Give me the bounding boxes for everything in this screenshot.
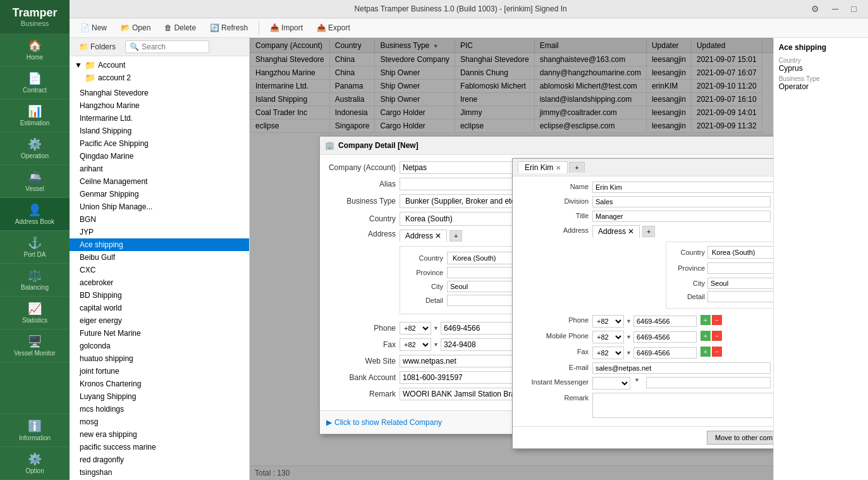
cf-mobile-add-btn[interactable]: + — [700, 331, 711, 341]
list-item[interactable]: huatuo shipping — [70, 352, 249, 365]
sidebar-item-option[interactable]: ⚙️ Option — [0, 447, 70, 480]
cf-phone-input[interactable] — [633, 316, 697, 327]
delete-button[interactable]: 🗑 Delete — [159, 21, 202, 35]
sidebar-item-home[interactable]: 🏠 Home — [0, 34, 70, 66]
sidebar-item-contract[interactable]: 📄 Contract — [0, 66, 70, 99]
contact-tab-close[interactable]: ✕ — [556, 164, 561, 171]
cf-mobile-input[interactable] — [633, 331, 697, 343]
folder-root[interactable]: ▼ 📁 Account — [72, 59, 247, 71]
list-item[interactable]: Luyang Shipping — [70, 390, 249, 403]
list-item[interactable]: Shanghai Stevedore — [70, 87, 249, 99]
list-item[interactable]: Kronos Chartering — [70, 378, 249, 390]
cf-address-tab-btn[interactable]: Address ✕ — [592, 225, 640, 238]
folder-account2[interactable]: 📁 account 2 — [72, 71, 247, 84]
list-item[interactable]: golconda — [70, 340, 249, 352]
list-item[interactable]: Union Ship Manage... — [70, 200, 249, 213]
cf-mobile-code[interactable]: +82 — [592, 331, 624, 343]
address-tab-close[interactable]: ✕ — [435, 231, 441, 240]
cf-im-select[interactable] — [592, 377, 630, 390]
cf-fax-input[interactable] — [633, 347, 697, 359]
list-item[interactable]: CXC — [70, 264, 249, 276]
list-item[interactable]: capital world — [70, 302, 249, 314]
list-item[interactable]: Qingdao Marine — [70, 150, 249, 163]
sidebar-item-operation[interactable]: ⚙️ Operation — [0, 132, 70, 165]
list-item[interactable]: Ace shipping — [70, 238, 249, 251]
biz-type-label: Business Type — [326, 197, 396, 206]
export-button[interactable]: 📤 Export — [311, 21, 356, 35]
search-input[interactable] — [142, 42, 205, 51]
related-company-toggle[interactable]: ▶ Click to show Related Company — [326, 418, 442, 427]
cf-fax-minus-btn[interactable]: − — [712, 347, 722, 357]
cf-phone-code[interactable]: +82 — [592, 315, 624, 328]
sidebar-item-statistics[interactable]: 📈 Statistics — [0, 297, 70, 329]
folders-tab[interactable]: 📁 Folders — [75, 40, 120, 53]
list-item[interactable]: arihant — [70, 163, 249, 175]
list-item[interactable]: Genmar Shipping — [70, 188, 249, 200]
cf-title-input[interactable] — [592, 211, 771, 222]
cf-address-tab-close[interactable]: ✕ — [628, 227, 634, 236]
statistics-icon: 📈 — [28, 302, 42, 316]
new-button[interactable]: 📄 New — [75, 21, 113, 35]
list-item[interactable]: mcs holdings — [70, 403, 249, 415]
cf-addr-city-input[interactable] — [707, 278, 773, 289]
phone-code-select[interactable]: +82 — [400, 322, 431, 335]
contact-tabs: Erin Kim ✕ + — [518, 161, 585, 173]
sidebar-item-port-da[interactable]: ⚓ Port DA — [0, 231, 70, 264]
cf-addr-province-input[interactable] — [707, 262, 773, 274]
cf-phone-add-btn[interactable]: + — [700, 315, 711, 325]
list-item[interactable]: eiger energy — [70, 314, 249, 327]
fax-input[interactable] — [441, 338, 517, 351]
list-item[interactable]: joint fortune — [70, 365, 249, 378]
list-item[interactable]: Future Net Marine — [70, 327, 249, 340]
list-item[interactable]: Beibu Gulf — [70, 251, 249, 264]
sidebar-item-vessel[interactable]: 🚢 Vessel — [0, 165, 70, 198]
cf-division-input[interactable] — [592, 196, 771, 207]
list-item[interactable]: tsingshan — [70, 466, 249, 479]
sidebar-item-vessel-monitor[interactable]: 🖥️ Vessel Monitor — [0, 329, 70, 362]
sidebar-item-estimation[interactable]: 📊 Estimation — [0, 99, 70, 132]
cf-email-row: E-mail + − — [519, 362, 773, 374]
list-item[interactable]: Pacific Ace Shipping — [70, 137, 249, 150]
list-item[interactable]: pacific success marine — [70, 441, 249, 453]
cf-email-input[interactable] — [592, 362, 771, 374]
fax-group: +82 ▼ — [400, 338, 517, 351]
move-to-other-company-button[interactable]: Move to other company — [707, 431, 773, 445]
import-button[interactable]: 📥 Import — [264, 21, 309, 35]
cf-phone-minus-btn[interactable]: − — [712, 315, 722, 325]
list-item[interactable]: Island Shipping — [70, 125, 249, 137]
list-item[interactable]: Intermarine Ltd. — [70, 112, 249, 125]
list-item[interactable]: new era shipping — [70, 428, 249, 441]
minimize-button[interactable]: ─ — [828, 3, 842, 15]
sidebar-item-balancing[interactable]: ⚖️ Balancing — [0, 264, 70, 297]
sidebar-item-information[interactable]: ℹ️ Information — [0, 414, 70, 447]
fax-code-select[interactable]: +82 — [400, 338, 431, 351]
maximize-button[interactable]: □ — [847, 3, 860, 15]
cf-address-add-tab[interactable]: + — [642, 226, 655, 237]
refresh-button[interactable]: 🔄 Refresh — [204, 21, 254, 35]
add-contact-tab[interactable]: + — [569, 162, 584, 173]
cf-fax-code[interactable]: +82 — [592, 347, 624, 359]
cf-remark-input[interactable] — [592, 393, 773, 418]
close-button[interactable]: ✕ — [865, 3, 868, 15]
settings-button[interactable]: ⚙ — [807, 3, 823, 15]
cf-addr-detail-input[interactable] — [707, 291, 773, 302]
address-tab-btn[interactable]: Address ✕ — [400, 230, 447, 242]
cf-mobile-minus-btn[interactable]: − — [712, 331, 722, 341]
cf-fax-add-btn[interactable]: + — [700, 347, 711, 357]
list-item[interactable]: mosg — [70, 415, 249, 428]
cf-im-input[interactable] — [646, 377, 771, 388]
list-item[interactable]: BD Shipping — [70, 289, 249, 302]
sidebar-item-address-book[interactable]: 👤 Address Book — [0, 198, 70, 231]
cf-addr-country-select[interactable]: Korea (South) — [707, 246, 773, 259]
list-item[interactable]: red dragonfly — [70, 453, 249, 466]
phone-input[interactable] — [441, 322, 517, 335]
list-item[interactable]: Ceilne Management — [70, 175, 249, 188]
open-button[interactable]: 📂 Open — [115, 21, 156, 35]
contact-tab-erinkim[interactable]: Erin Kim ✕ — [518, 161, 568, 173]
list-item[interactable]: acebroker — [70, 276, 249, 289]
list-item[interactable]: BGN — [70, 213, 249, 226]
cf-name-input[interactable] — [592, 182, 773, 193]
list-item[interactable]: JYP — [70, 226, 249, 238]
list-item[interactable]: Hangzhou Marine — [70, 99, 249, 112]
address-add-tab[interactable]: + — [449, 230, 462, 242]
